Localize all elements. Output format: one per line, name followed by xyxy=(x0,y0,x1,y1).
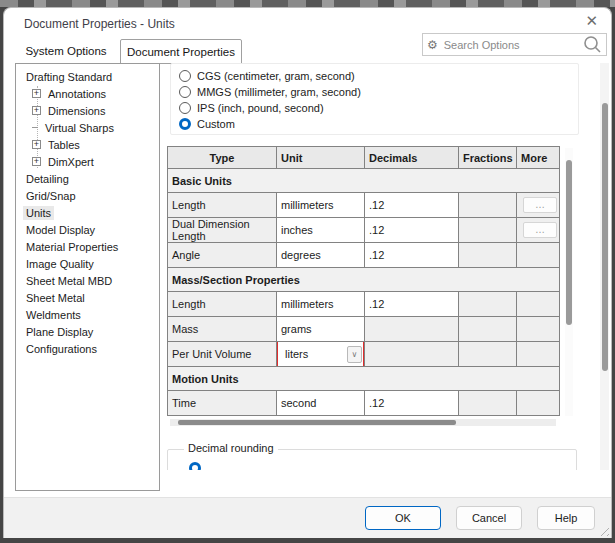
decimals-cell[interactable]: .12 xyxy=(365,193,459,218)
decimals-cell[interactable]: .12 xyxy=(365,292,459,317)
tree-item-grid-snap[interactable]: Grid/Snap xyxy=(16,187,159,204)
tree-item-material-properties[interactable]: Material Properties xyxy=(16,238,159,255)
ok-button[interactable]: OK xyxy=(365,506,441,530)
fractions-cell xyxy=(459,317,517,342)
tree-item-virtual-sharps[interactable]: Virtual Sharps xyxy=(16,119,159,136)
decimals-cell[interactable]: .12 xyxy=(365,243,459,268)
table-hscroll-thumb[interactable] xyxy=(178,420,456,425)
search-options-box[interactable]: ⚙ xyxy=(422,33,607,56)
fractions-cell xyxy=(459,391,517,416)
radio-ips-label: IPS (inch, pound, second) xyxy=(197,102,324,114)
decimals-cell[interactable]: .12 xyxy=(365,218,459,243)
radio-ips-icon[interactable] xyxy=(179,102,191,114)
help-button[interactable]: Help xyxy=(537,506,595,530)
decimals-cell[interactable] xyxy=(365,342,459,367)
tab-document-properties[interactable]: Document Properties xyxy=(120,39,242,64)
column-header-type: Type xyxy=(168,147,277,169)
tree-item-label: Configurations xyxy=(23,342,100,356)
cancel-button[interactable]: Cancel xyxy=(456,506,522,530)
radio-mmgs[interactable]: MMGS (millimeter, gram, second) xyxy=(179,84,578,100)
unit-cell[interactable]: grams xyxy=(277,317,365,342)
radio-cgs[interactable]: CGS (centimeter, gram, second) xyxy=(179,68,578,84)
tree-item-drafting-standard[interactable]: Drafting Standard xyxy=(16,68,159,85)
close-icon[interactable]: ✕ xyxy=(585,13,598,28)
chevron-down-icon[interactable]: ∨ xyxy=(347,346,362,363)
tree-item-sheet-metal[interactable]: Sheet Metal xyxy=(16,289,159,306)
tree-item-label: Grid/Snap xyxy=(23,189,79,203)
radio-custom-label: Custom xyxy=(197,118,235,130)
radio-custom[interactable]: Custom xyxy=(179,116,578,132)
radio-cgs-label: CGS (centimeter, gram, second) xyxy=(197,70,355,82)
type-cell: Time xyxy=(168,391,277,416)
document-properties-dialog: Document Properties - Units ✕ System Opt… xyxy=(3,7,612,538)
search-input[interactable] xyxy=(442,38,579,52)
decimals-cell[interactable] xyxy=(365,317,459,342)
tree-item-label: Sheet Metal MBD xyxy=(23,274,115,288)
pane-vscroll-thumb[interactable] xyxy=(602,103,608,371)
radio-mmgs-icon[interactable] xyxy=(179,86,191,98)
unit-cell[interactable]: inches xyxy=(277,218,365,243)
pane-vertical-scrollbar[interactable] xyxy=(600,63,609,470)
unit-cell[interactable]: second xyxy=(277,391,365,416)
units-table-header-row: TypeUnitDecimalsFractionsMore xyxy=(168,147,560,169)
tree-item-label: Units xyxy=(23,206,54,220)
table-vscroll-thumb[interactable] xyxy=(566,160,572,325)
table-vertical-scrollbar[interactable] xyxy=(565,148,573,416)
unit-cell[interactable]: liters∨ xyxy=(277,342,365,367)
more-cell xyxy=(517,243,560,268)
tree-item-label: Drafting Standard xyxy=(23,70,115,84)
column-header-unit: Unit xyxy=(277,147,365,169)
fractions-cell xyxy=(459,218,517,243)
table-horizontal-scrollbar[interactable] xyxy=(170,419,556,426)
unit-cell[interactable]: millimeters xyxy=(277,292,365,317)
more-cell xyxy=(517,391,560,416)
tree-item-image-quality[interactable]: Image Quality xyxy=(16,255,159,272)
units-table-row: Lengthmillimeters.12 xyxy=(168,292,560,317)
tree-item-dimensions[interactable]: +Dimensions xyxy=(16,102,159,119)
radio-cgs-icon[interactable] xyxy=(179,70,191,82)
expand-icon[interactable]: + xyxy=(32,140,41,149)
tree-item-configurations[interactable]: Configurations xyxy=(16,340,159,357)
tree-item-tables[interactable]: +Tables xyxy=(16,136,159,153)
unit-dropdown[interactable]: liters∨ xyxy=(281,342,364,366)
tree-item-label: Plane Display xyxy=(23,325,96,339)
tree-item-plane-display[interactable]: Plane Display xyxy=(16,323,159,340)
decimals-cell[interactable]: .12 xyxy=(365,391,459,416)
unit-system-group: CGS (centimeter, gram, second)MMGS (mill… xyxy=(170,63,579,135)
more-options-button[interactable]: … xyxy=(523,197,557,213)
tab-system-options[interactable]: System Options xyxy=(12,39,120,64)
fractions-cell xyxy=(459,243,517,268)
unit-cell[interactable]: millimeters xyxy=(277,193,365,218)
tree-dash-icon xyxy=(32,127,38,128)
tree-item-units[interactable]: Units xyxy=(16,204,159,221)
background-app-strip xyxy=(0,0,615,7)
expand-icon[interactable]: + xyxy=(32,89,41,98)
tree-item-dimxpert[interactable]: +DimXpert xyxy=(16,153,159,170)
unit-cell[interactable]: degrees xyxy=(277,243,365,268)
decimal-rounding-label: Decimal rounding xyxy=(184,442,278,454)
column-header-decimals: Decimals xyxy=(365,147,459,169)
expand-icon[interactable]: + xyxy=(32,106,41,115)
section-row: Motion Units xyxy=(168,367,560,391)
tree-item-detailing[interactable]: Detailing xyxy=(16,170,159,187)
decimal-rounding-radio[interactable] xyxy=(189,462,201,470)
column-header-fractions: Fractions xyxy=(459,147,517,169)
section-label: Mass/Section Properties xyxy=(168,268,560,292)
radio-mmgs-label: MMGS (millimeter, gram, second) xyxy=(197,86,361,98)
radio-custom-icon[interactable] xyxy=(179,118,191,130)
units-table-row: Angledegrees.12 xyxy=(168,243,560,268)
expand-icon[interactable]: + xyxy=(32,157,41,166)
tree-item-sheet-metal-mbd[interactable]: Sheet Metal MBD xyxy=(16,272,159,289)
more-cell xyxy=(517,317,560,342)
more-options-button[interactable]: … xyxy=(523,222,557,238)
tree-item-weldments[interactable]: Weldments xyxy=(16,306,159,323)
tree-item-label: Detailing xyxy=(23,172,72,186)
gear-icon: ⚙ xyxy=(427,39,438,51)
radio-ips[interactable]: IPS (inch, pound, second) xyxy=(179,100,578,116)
tree-item-label: Annotations xyxy=(45,87,109,101)
tree-item-model-display[interactable]: Model Display xyxy=(16,221,159,238)
tree-item-annotations[interactable]: +Annotations xyxy=(16,85,159,102)
more-cell xyxy=(517,342,560,367)
units-table-row: Per Unit Volumeliters∨ xyxy=(168,342,560,367)
section-row: Basic Units xyxy=(168,169,560,193)
